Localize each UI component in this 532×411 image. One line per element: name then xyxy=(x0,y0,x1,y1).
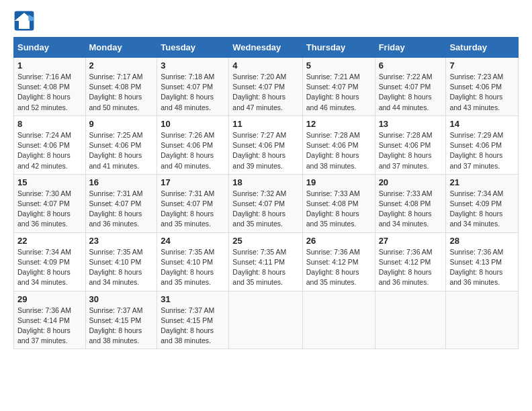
week-row-5: 29Sunrise: 7:36 AMSunset: 4:14 PMDayligh… xyxy=(14,291,519,349)
day-info: Sunrise: 7:22 AMSunset: 4:07 PMDaylight:… xyxy=(379,73,433,111)
day-info: Sunrise: 7:35 AMSunset: 4:11 PMDaylight:… xyxy=(232,248,286,287)
day-number: 28 xyxy=(449,236,515,246)
week-row-3: 15Sunrise: 7:30 AMSunset: 4:07 PMDayligh… xyxy=(14,174,519,232)
day-info: Sunrise: 7:31 AMSunset: 4:07 PMDaylight:… xyxy=(89,189,143,228)
day-number: 10 xyxy=(161,119,225,129)
day-number: 29 xyxy=(17,294,82,304)
calendar-cell: 18Sunrise: 7:32 AMSunset: 4:07 PMDayligh… xyxy=(229,174,302,232)
day-number: 2 xyxy=(89,60,154,71)
week-row-1: 1Sunrise: 7:16 AMSunset: 4:08 PMDaylight… xyxy=(14,58,519,116)
calendar-cell: 28Sunrise: 7:36 AMSunset: 4:13 PMDayligh… xyxy=(446,232,519,291)
day-info: Sunrise: 7:30 AMSunset: 4:07 PMDaylight:… xyxy=(17,189,71,228)
calendar-cell xyxy=(302,291,375,349)
day-info: Sunrise: 7:35 AMSunset: 4:10 PMDaylight:… xyxy=(89,248,143,287)
calendar-cell xyxy=(446,291,519,349)
calendar-cell: 17Sunrise: 7:31 AMSunset: 4:07 PMDayligh… xyxy=(157,174,229,232)
day-info: Sunrise: 7:34 AMSunset: 4:09 PMDaylight:… xyxy=(17,248,71,287)
calendar-cell xyxy=(375,291,446,349)
day-number: 21 xyxy=(449,177,515,187)
day-info: Sunrise: 7:36 AMSunset: 4:14 PMDaylight:… xyxy=(17,306,71,345)
day-number: 18 xyxy=(232,177,298,187)
day-number: 4 xyxy=(232,60,298,71)
day-number: 12 xyxy=(306,119,371,129)
day-number: 31 xyxy=(161,294,225,304)
day-number: 25 xyxy=(232,236,298,246)
calendar-cell: 23Sunrise: 7:35 AMSunset: 4:10 PMDayligh… xyxy=(85,232,157,291)
day-info: Sunrise: 7:16 AMSunset: 4:08 PMDaylight:… xyxy=(17,73,71,111)
calendar-cell: 12Sunrise: 7:28 AMSunset: 4:06 PMDayligh… xyxy=(302,116,375,174)
calendar-table: SundayMondayTuesdayWednesdayThursdayFrid… xyxy=(13,37,519,349)
day-info: Sunrise: 7:35 AMSunset: 4:10 PMDaylight:… xyxy=(161,248,214,287)
day-info: Sunrise: 7:37 AMSunset: 4:15 PMDaylight:… xyxy=(89,306,143,345)
header-day-friday: Friday xyxy=(375,38,446,58)
day-number: 17 xyxy=(161,177,225,187)
day-info: Sunrise: 7:32 AMSunset: 4:07 PMDaylight:… xyxy=(232,189,286,228)
day-number: 23 xyxy=(89,236,154,246)
day-number: 13 xyxy=(379,119,443,129)
calendar-cell: 11Sunrise: 7:27 AMSunset: 4:06 PMDayligh… xyxy=(229,116,302,174)
calendar-cell: 16Sunrise: 7:31 AMSunset: 4:07 PMDayligh… xyxy=(85,174,157,232)
day-number: 27 xyxy=(379,236,443,246)
header-day-thursday: Thursday xyxy=(302,38,375,58)
calendar-cell: 26Sunrise: 7:36 AMSunset: 4:12 PMDayligh… xyxy=(302,232,375,291)
header-row: SundayMondayTuesdayWednesdayThursdayFrid… xyxy=(14,38,519,58)
calendar-cell: 20Sunrise: 7:33 AMSunset: 4:08 PMDayligh… xyxy=(375,174,446,232)
header-day-wednesday: Wednesday xyxy=(229,38,302,58)
day-info: Sunrise: 7:23 AMSunset: 4:06 PMDaylight:… xyxy=(449,73,503,111)
calendar-cell: 9Sunrise: 7:25 AMSunset: 4:06 PMDaylight… xyxy=(85,116,157,174)
day-info: Sunrise: 7:29 AMSunset: 4:06 PMDaylight:… xyxy=(449,131,503,170)
header xyxy=(13,10,519,32)
calendar-cell: 2Sunrise: 7:17 AMSunset: 4:08 PMDaylight… xyxy=(85,58,157,116)
day-number: 22 xyxy=(17,236,82,246)
day-number: 20 xyxy=(379,177,443,187)
header-day-sunday: Sunday xyxy=(14,38,86,58)
calendar-cell: 22Sunrise: 7:34 AMSunset: 4:09 PMDayligh… xyxy=(14,232,86,291)
header-day-monday: Monday xyxy=(85,38,157,58)
calendar-cell xyxy=(229,291,302,349)
day-info: Sunrise: 7:25 AMSunset: 4:06 PMDaylight:… xyxy=(89,131,143,170)
calendar-cell: 27Sunrise: 7:36 AMSunset: 4:12 PMDayligh… xyxy=(375,232,446,291)
calendar-cell: 30Sunrise: 7:37 AMSunset: 4:15 PMDayligh… xyxy=(85,291,157,349)
day-number: 6 xyxy=(379,60,443,71)
logo xyxy=(13,10,36,32)
day-info: Sunrise: 7:36 AMSunset: 4:13 PMDaylight:… xyxy=(449,248,503,287)
day-info: Sunrise: 7:18 AMSunset: 4:07 PMDaylight:… xyxy=(161,73,214,111)
calendar-cell: 3Sunrise: 7:18 AMSunset: 4:07 PMDaylight… xyxy=(157,58,229,116)
header-day-tuesday: Tuesday xyxy=(157,38,229,58)
day-number: 9 xyxy=(89,119,154,129)
calendar-cell: 1Sunrise: 7:16 AMSunset: 4:08 PMDaylight… xyxy=(14,58,86,116)
day-info: Sunrise: 7:26 AMSunset: 4:06 PMDaylight:… xyxy=(161,131,214,170)
calendar-cell: 29Sunrise: 7:36 AMSunset: 4:14 PMDayligh… xyxy=(14,291,86,349)
day-info: Sunrise: 7:17 AMSunset: 4:08 PMDaylight:… xyxy=(89,73,143,111)
calendar-cell: 31Sunrise: 7:37 AMSunset: 4:15 PMDayligh… xyxy=(157,291,229,349)
day-number: 1 xyxy=(17,60,82,71)
week-row-2: 8Sunrise: 7:24 AMSunset: 4:06 PMDaylight… xyxy=(14,116,519,174)
calendar-cell: 4Sunrise: 7:20 AMSunset: 4:07 PMDaylight… xyxy=(229,58,302,116)
day-number: 30 xyxy=(89,294,154,304)
day-info: Sunrise: 7:31 AMSunset: 4:07 PMDaylight:… xyxy=(161,189,214,228)
calendar-cell: 14Sunrise: 7:29 AMSunset: 4:06 PMDayligh… xyxy=(446,116,519,174)
day-info: Sunrise: 7:24 AMSunset: 4:06 PMDaylight:… xyxy=(17,131,71,170)
day-info: Sunrise: 7:33 AMSunset: 4:08 PMDaylight:… xyxy=(306,189,360,228)
day-number: 14 xyxy=(449,119,515,129)
day-number: 24 xyxy=(161,236,225,246)
day-info: Sunrise: 7:36 AMSunset: 4:12 PMDaylight:… xyxy=(379,248,433,287)
calendar-cell: 15Sunrise: 7:30 AMSunset: 4:07 PMDayligh… xyxy=(14,174,86,232)
day-number: 26 xyxy=(306,236,371,246)
calendar-cell: 10Sunrise: 7:26 AMSunset: 4:06 PMDayligh… xyxy=(157,116,229,174)
day-info: Sunrise: 7:28 AMSunset: 4:06 PMDaylight:… xyxy=(379,131,433,170)
day-number: 15 xyxy=(17,177,82,187)
day-number: 16 xyxy=(89,177,154,187)
calendar-cell: 6Sunrise: 7:22 AMSunset: 4:07 PMDaylight… xyxy=(375,58,446,116)
calendar-cell: 8Sunrise: 7:24 AMSunset: 4:06 PMDaylight… xyxy=(14,116,86,174)
day-info: Sunrise: 7:33 AMSunset: 4:08 PMDaylight:… xyxy=(379,189,433,228)
day-info: Sunrise: 7:36 AMSunset: 4:12 PMDaylight:… xyxy=(306,248,360,287)
calendar-cell: 7Sunrise: 7:23 AMSunset: 4:06 PMDaylight… xyxy=(446,58,519,116)
day-number: 3 xyxy=(161,60,225,71)
week-row-4: 22Sunrise: 7:34 AMSunset: 4:09 PMDayligh… xyxy=(14,232,519,291)
day-info: Sunrise: 7:27 AMSunset: 4:06 PMDaylight:… xyxy=(232,131,286,170)
day-number: 7 xyxy=(449,60,515,71)
calendar-cell: 5Sunrise: 7:21 AMSunset: 4:07 PMDaylight… xyxy=(302,58,375,116)
page: SundayMondayTuesdayWednesdayThursdayFrid… xyxy=(0,0,532,411)
calendar-cell: 19Sunrise: 7:33 AMSunset: 4:08 PMDayligh… xyxy=(302,174,375,232)
